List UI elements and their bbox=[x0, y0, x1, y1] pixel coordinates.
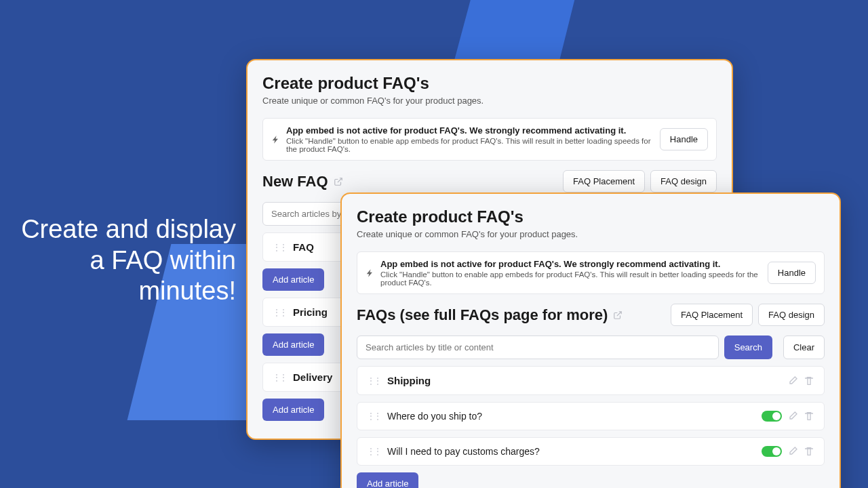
handle-button[interactable]: Handle bbox=[768, 262, 816, 284]
app-embed-banner: App embed is not active for product FAQ'… bbox=[262, 118, 717, 161]
faq-design-button[interactable]: FAQ design bbox=[758, 304, 825, 326]
group-label: Shipping bbox=[387, 375, 431, 386]
promo-tagline: Create and display a FAQ within minutes! bbox=[19, 214, 236, 307]
group-row[interactable]: ⋮⋮ Shipping bbox=[357, 366, 825, 395]
panel-title: Create product FAQ's bbox=[357, 207, 825, 226]
external-link-icon[interactable] bbox=[613, 310, 623, 320]
panel-subtitle: Create unique or common FAQ's for your p… bbox=[357, 229, 825, 239]
question-row[interactable]: ⋮⋮ Where do you ship to? bbox=[357, 402, 825, 430]
question-row[interactable]: ⋮⋮ Will I need to pay customs charges? bbox=[357, 437, 825, 466]
faq-design-button[interactable]: FAQ design bbox=[650, 170, 717, 192]
drag-handle-icon[interactable]: ⋮⋮ bbox=[273, 373, 286, 382]
drag-handle-icon[interactable]: ⋮⋮ bbox=[367, 447, 380, 456]
banner-description: Click "Handle" button to enable app embe… bbox=[286, 137, 654, 153]
add-article-button[interactable]: Add article bbox=[262, 333, 324, 356]
section-title-text: FAQs (see full FAQs page for more) bbox=[357, 306, 608, 324]
search-button[interactable]: Search bbox=[724, 336, 772, 359]
section-title-text: New FAQ bbox=[262, 173, 328, 190]
banner-heading: App embed is not active for product FAQ'… bbox=[286, 125, 626, 136]
visibility-toggle[interactable] bbox=[762, 446, 782, 457]
panel-title: Create product FAQ's bbox=[262, 74, 717, 93]
drag-handle-icon[interactable]: ⋮⋮ bbox=[367, 411, 380, 421]
handle-button[interactable]: Handle bbox=[660, 128, 708, 150]
app-embed-banner: App embed is not active for product FAQ'… bbox=[357, 251, 825, 294]
section-title: FAQs (see full FAQs page for more) bbox=[357, 306, 623, 324]
external-link-icon[interactable] bbox=[334, 177, 343, 186]
section-title: New FAQ bbox=[262, 173, 343, 190]
add-article-button[interactable]: Add article bbox=[262, 399, 324, 421]
banner-description: Click "Handle" button to enable app embe… bbox=[380, 270, 762, 287]
edit-icon[interactable] bbox=[787, 375, 798, 386]
drag-handle-icon[interactable]: ⋮⋮ bbox=[367, 376, 380, 386]
add-article-button[interactable]: Add article bbox=[262, 268, 324, 291]
faq-placement-button[interactable]: FAQ Placement bbox=[671, 304, 753, 326]
question-text: Will I need to pay customs charges? bbox=[387, 446, 540, 457]
search-input[interactable] bbox=[357, 336, 719, 359]
faq-editor-panel-b: Create product FAQ's Create unique or co… bbox=[340, 192, 841, 488]
trash-icon[interactable] bbox=[804, 375, 814, 386]
group-label: FAQ bbox=[293, 241, 314, 253]
group-label: Delivery bbox=[293, 371, 332, 383]
edit-icon[interactable] bbox=[787, 446, 798, 457]
clear-button[interactable]: Clear bbox=[783, 336, 825, 359]
panel-subtitle: Create unique or common FAQ's for your p… bbox=[262, 96, 717, 106]
visibility-toggle[interactable] bbox=[762, 411, 782, 422]
bolt-icon bbox=[366, 268, 375, 278]
group-label: Pricing bbox=[293, 306, 328, 318]
question-text: Where do you ship to? bbox=[387, 411, 482, 422]
trash-icon[interactable] bbox=[804, 411, 814, 422]
edit-icon[interactable] bbox=[787, 411, 798, 422]
banner-heading: App embed is not active for product FAQ'… bbox=[380, 259, 720, 269]
drag-handle-icon[interactable]: ⋮⋮ bbox=[273, 243, 286, 252]
faq-placement-button[interactable]: FAQ Placement bbox=[563, 170, 645, 192]
drag-handle-icon[interactable]: ⋮⋮ bbox=[273, 308, 286, 317]
trash-icon[interactable] bbox=[804, 446, 814, 457]
add-article-button[interactable]: Add article bbox=[357, 472, 418, 488]
bolt-icon bbox=[271, 135, 281, 144]
